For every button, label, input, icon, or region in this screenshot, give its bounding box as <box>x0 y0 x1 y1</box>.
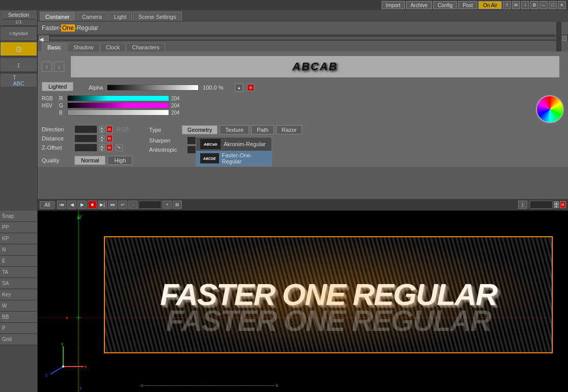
tl-next[interactable]: ▶| <box>98 201 107 209</box>
download-icon[interactable]: ↓ <box>54 62 64 72</box>
alpha-r-btn[interactable]: R <box>247 84 254 91</box>
settings-icon[interactable]: ⚙ <box>530 1 538 9</box>
tab-scene-settings[interactable]: Scene Settings <box>133 12 182 21</box>
scroll-left-btn[interactable]: ◀ <box>39 36 49 41</box>
zoffset-down[interactable]: ▼ <box>99 148 104 151</box>
tl-marker[interactable]: | <box>518 201 527 209</box>
tab-light[interactable]: Light <box>109 12 132 21</box>
b-value: 204 <box>171 110 186 116</box>
lp-p[interactable]: P <box>0 323 37 334</box>
tl-play[interactable]: ▶ <box>77 201 87 209</box>
onair-btn[interactable]: On Air <box>478 1 502 9</box>
mail-icon[interactable]: ✉ <box>512 1 520 9</box>
color-wheel[interactable] <box>536 95 564 123</box>
anisotropic-label: Anisotropic <box>149 147 185 153</box>
coord-display: -x ─────────────────────────────────────… <box>140 383 278 388</box>
b-bar[interactable] <box>67 109 169 116</box>
move-tool[interactable]: ↕ <box>0 58 37 72</box>
distance-arrows: ▲ ▼ <box>99 135 104 142</box>
rgb-label-row: RGB R 204 <box>42 95 530 101</box>
close-icon[interactable]: ✕ <box>558 1 566 9</box>
tl-prev[interactable]: ◀ <box>67 201 76 209</box>
tl-loop[interactable]: ↩ <box>118 201 127 209</box>
distance-r[interactable]: R <box>106 135 113 142</box>
texture-btn[interactable]: Texture <box>220 125 249 134</box>
timeline-all-btn[interactable]: All <box>40 201 55 209</box>
lp-e[interactable]: E <box>0 256 37 267</box>
subtab-characters[interactable]: Characters <box>126 43 165 51</box>
archive-btn[interactable]: Archive <box>406 1 432 9</box>
alpha-slider[interactable] <box>107 85 199 91</box>
distance-input[interactable]: 10.0 <box>74 134 97 143</box>
razor-btn[interactable]: Razor <box>276 125 302 134</box>
lp-bb[interactable]: BB <box>0 312 37 323</box>
alpha-up-btn[interactable]: ▲ <box>235 83 243 92</box>
params-section: Direction 320.0 ▲ ▼ R RGB Distance 10.0 … <box>42 125 564 154</box>
lp-n[interactable]: N <box>0 244 37 256</box>
tl-stop[interactable]: ■ <box>88 201 97 209</box>
subtab-clock[interactable]: Clock <box>100 43 126 51</box>
top-bar: Import Archive Config Post On Air ? ✉ i … <box>0 0 568 10</box>
subtab-basic[interactable]: Basic <box>42 43 67 51</box>
lighted-btn[interactable]: Lighted <box>42 82 73 91</box>
svg-text:y: y <box>79 385 82 390</box>
timeline-fps-input[interactable]: 50 <box>530 201 553 209</box>
tl-minus[interactable]: - <box>128 201 138 209</box>
i-symbol-tool[interactable]: I-Symbol <box>0 26 37 41</box>
zoffset-up[interactable]: ▲ <box>99 144 104 148</box>
import-btn[interactable]: Import <box>382 1 405 9</box>
lp-grid[interactable]: Grid <box>0 334 37 345</box>
post-btn[interactable]: Post <box>458 1 477 9</box>
info-icon[interactable]: i <box>521 1 529 9</box>
scroll-h[interactable]: ◀ ▶ <box>38 35 568 41</box>
eyedropper-icon[interactable]: ✎ <box>116 144 123 151</box>
selection-count: 1/1 <box>2 19 35 24</box>
r-bar[interactable] <box>67 95 169 101</box>
config-btn[interactable]: Config <box>433 1 457 9</box>
font-option-fasterone[interactable]: ABCDE Faster-One-Regular <box>196 151 272 166</box>
fps-up[interactable]: ▲ <box>554 201 559 205</box>
fps-down[interactable]: ▼ <box>554 205 559 208</box>
zoffset-label: Z-Offset <box>42 145 72 151</box>
distance-down[interactable]: ▼ <box>99 138 104 142</box>
direction-r[interactable]: R <box>106 126 113 133</box>
lp-key[interactable]: Key <box>0 289 37 300</box>
b-label: B <box>59 110 65 116</box>
subtab-shadow[interactable]: Shadow <box>68 43 99 51</box>
geometry-btn[interactable]: Geometry <box>182 125 218 134</box>
help-icon[interactable]: ? <box>503 1 511 9</box>
lp-kp[interactable]: KP <box>0 233 37 244</box>
fps-r[interactable]: R <box>560 201 566 208</box>
path-btn[interactable]: Path <box>251 125 274 134</box>
timeline-area: All ⏮ ◀ ▶ ■ ▶| ⏭ ↩ - 0 + ⊞ | 50 ▲ ▼ R <box>38 199 568 211</box>
lp-ta[interactable]: TA <box>0 267 37 278</box>
minimize-icon[interactable]: ─ <box>539 1 548 9</box>
tab-camera[interactable]: Camera <box>76 12 107 21</box>
tab-container[interactable]: Container <box>40 12 75 21</box>
upload-icon[interactable]: ↑ <box>42 62 52 72</box>
font-option-akronim[interactable]: ABCab Akronim-Regular <box>196 137 272 151</box>
direction-down[interactable]: ▼ <box>99 129 104 133</box>
distance-up[interactable]: ▲ <box>99 135 104 138</box>
g-bar[interactable] <box>67 102 169 108</box>
camera-tool[interactable]: ⊙ <box>0 42 37 56</box>
timeline-frame-input[interactable]: 0 <box>139 201 161 209</box>
direction-input[interactable]: 320.0 <box>74 125 97 133</box>
direction-up[interactable]: ▲ <box>99 126 104 129</box>
lp-sa[interactable]: SA <box>0 278 37 289</box>
tl-next-last[interactable]: ⏭ <box>108 201 117 209</box>
quality-high-btn[interactable]: High <box>107 156 132 165</box>
type-row: Type Geometry Texture Path Razor <box>149 125 302 134</box>
maximize-icon[interactable]: □ <box>549 1 557 9</box>
lp-w[interactable]: W <box>0 300 37 312</box>
lp-pp[interactable]: PP <box>0 222 37 233</box>
tl-expand[interactable]: ⊞ <box>173 201 182 209</box>
tl-plus[interactable]: + <box>163 201 172 209</box>
lp-snap[interactable]: Snap <box>0 211 37 222</box>
zoffset-r[interactable]: R <box>106 144 113 151</box>
quality-row: Quality Normal High <box>42 156 564 165</box>
tl-prev-first[interactable]: ⏮ <box>57 201 66 209</box>
text-tool[interactable]: TABC <box>0 73 37 88</box>
zoffset-input[interactable]: -0.5 <box>74 144 97 152</box>
quality-normal-btn[interactable]: Normal <box>74 156 105 165</box>
